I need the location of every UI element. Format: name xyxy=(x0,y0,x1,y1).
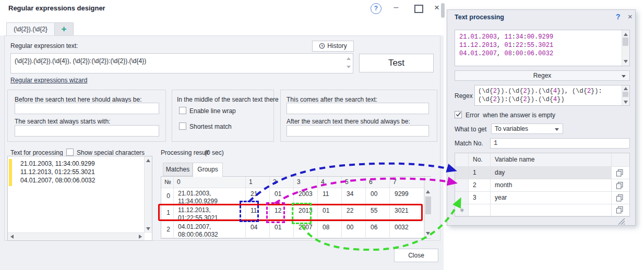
scroll-down-icon[interactable] xyxy=(624,101,628,104)
scroll-right-icon[interactable] xyxy=(139,235,142,239)
copy-cell[interactable] xyxy=(612,167,629,179)
group-cell[interactable]: 22 xyxy=(342,205,366,222)
copy-cell[interactable] xyxy=(612,179,629,192)
before-input[interactable] xyxy=(15,103,159,114)
group-cell[interactable]: 21 xyxy=(246,188,270,205)
tab-groups[interactable]: Groups xyxy=(193,163,223,177)
variable-name[interactable]: month xyxy=(491,179,612,192)
what-to-get-select[interactable]: To variables xyxy=(491,124,563,134)
column-header[interactable]: No. xyxy=(469,153,491,167)
window-scrollbar-thumb[interactable] xyxy=(441,3,445,18)
column-header[interactable]: 0 xyxy=(174,177,246,188)
group-cell[interactable]: 01 xyxy=(318,205,342,222)
help-icon[interactable]: ? xyxy=(371,3,381,14)
group-cell[interactable]: 3021 xyxy=(390,205,424,222)
enable-line-wrap-checkbox[interactable] xyxy=(179,107,186,114)
match-no-input[interactable]: 1 xyxy=(490,138,630,149)
close-icon[interactable]: × xyxy=(628,12,633,21)
group-cell[interactable]: 00 xyxy=(366,188,390,205)
help-icon[interactable]: ? xyxy=(616,13,621,21)
regex-wizard-link[interactable]: Regular expressions wizard xyxy=(10,77,87,84)
history-button[interactable]: History xyxy=(312,41,354,52)
copy-cell[interactable] xyxy=(612,204,629,216)
horizontal-scrollbar[interactable] xyxy=(8,232,145,240)
group-cell[interactable]: 01 xyxy=(270,222,294,238)
tab-matches[interactable]: Matches xyxy=(163,163,193,176)
scroll-left-icon[interactable] xyxy=(10,235,14,239)
panel-regex-input[interactable]: (\d{2}).(\d{2}).(\d{4}), (\d{2}): (\d{2}… xyxy=(474,85,630,106)
column-header[interactable]: 2 xyxy=(270,177,294,188)
maximize-icon[interactable] xyxy=(414,5,423,13)
shortest-match-checkbox[interactable] xyxy=(179,122,186,130)
group-cell[interactable]: 01 xyxy=(270,188,294,205)
group-cell[interactable]: 11 xyxy=(246,205,270,222)
panel-source-text[interactable]: 21.01.2003, 11:34:00.9299 11.12.2013, 01… xyxy=(455,30,630,66)
group-cell[interactable]: 2003 xyxy=(294,188,318,205)
variable-no[interactable]: 2 xyxy=(469,179,491,192)
starts-with-input[interactable] xyxy=(15,125,159,137)
group-cell[interactable]: 2007 xyxy=(294,222,318,238)
variable-no[interactable]: 3 xyxy=(469,192,491,204)
scrollbar-thumb[interactable] xyxy=(623,38,628,46)
scroll-up-icon[interactable] xyxy=(624,33,628,36)
match-cell[interactable]: 21.01.2003, 11:34:00.9299 xyxy=(174,188,246,205)
copy-cell[interactable] xyxy=(612,192,629,204)
group-cell[interactable]: 00 xyxy=(342,222,366,238)
scroll-down-icon[interactable] xyxy=(347,66,351,68)
scrollbar-thumb[interactable] xyxy=(425,197,431,214)
column-header[interactable]: 6 xyxy=(366,177,390,188)
mode-selector-dropdown[interactable]: Regex xyxy=(455,70,630,81)
group-cell[interactable]: 06 xyxy=(366,222,390,238)
column-header[interactable]: 4 xyxy=(318,177,342,188)
add-tab-button[interactable]: + xyxy=(54,22,74,36)
error-when-empty-checkbox[interactable] xyxy=(455,111,462,118)
vertical-scrollbar[interactable] xyxy=(622,85,629,105)
vertical-scrollbar[interactable] xyxy=(622,30,629,66)
group-cell[interactable]: 04 xyxy=(246,222,270,238)
column-header[interactable]: 5 xyxy=(342,177,366,188)
group-cell[interactable]: 2013 xyxy=(294,205,318,222)
row-selector[interactable] xyxy=(455,179,469,192)
column-header[interactable]: 1 xyxy=(246,177,270,188)
text-for-processing-editor[interactable]: 21.01.2003, 11:34:00.9299 11.12.2013, 01… xyxy=(7,156,152,241)
scroll-up-icon[interactable] xyxy=(146,159,150,162)
match-cell[interactable]: 04.01.2007, 08:00:06.0032 xyxy=(174,222,246,238)
scroll-down-icon[interactable] xyxy=(624,60,628,63)
column-header[interactable]: 7 xyxy=(390,177,424,188)
variable-name[interactable]: year xyxy=(491,192,612,204)
variable-name[interactable] xyxy=(491,204,612,216)
group-cell[interactable]: 55 xyxy=(366,205,390,222)
table-vertical-scrollbar[interactable] xyxy=(424,177,432,238)
row-number[interactable]: 2 xyxy=(161,222,174,238)
column-header[interactable]: Variable name xyxy=(491,153,612,167)
scroll-down-icon[interactable] xyxy=(426,232,430,235)
group-cell[interactable]: 08 xyxy=(318,222,342,238)
variable-name[interactable]: day xyxy=(491,167,612,179)
group-cell[interactable]: 9299 xyxy=(390,188,424,205)
row-selector[interactable] xyxy=(455,192,469,204)
after-always-input[interactable] xyxy=(287,125,429,137)
show-special-characters-checkbox[interactable] xyxy=(66,149,74,156)
group-cell[interactable]: 11 xyxy=(318,188,342,205)
close-button[interactable]: Close xyxy=(394,249,438,262)
row-number[interactable]: 0 xyxy=(161,188,174,205)
group-cell[interactable]: 34 xyxy=(342,188,366,205)
variable-no[interactable] xyxy=(469,204,491,216)
group-cell[interactable]: 0032 xyxy=(390,222,424,238)
vertical-scrollbar[interactable] xyxy=(144,156,152,233)
scrollbar-thumb[interactable] xyxy=(623,92,628,97)
variable-no[interactable]: 1 xyxy=(469,167,491,179)
resize-grip[interactable] xyxy=(616,217,626,226)
match-cell[interactable]: 11.12.2013, 01:22:55.3021 xyxy=(174,205,246,222)
group-cell[interactable]: 12 xyxy=(270,205,294,222)
scroll-up-icon[interactable] xyxy=(347,57,351,60)
scroll-up-icon[interactable] xyxy=(426,190,430,193)
regex-expression-input[interactable]: (\d{2}).(\d{2}).(\d{4}), (\d{2}):(\d{2})… xyxy=(10,53,353,73)
row-selector[interactable] xyxy=(455,167,469,179)
minimize-icon[interactable]: – xyxy=(391,1,401,14)
row-number[interactable]: 1 xyxy=(161,205,174,222)
scroll-down-icon[interactable] xyxy=(146,227,150,230)
column-header[interactable]: № xyxy=(161,177,174,188)
test-button[interactable]: Test xyxy=(359,54,434,72)
comes-after-input[interactable] xyxy=(287,103,429,114)
